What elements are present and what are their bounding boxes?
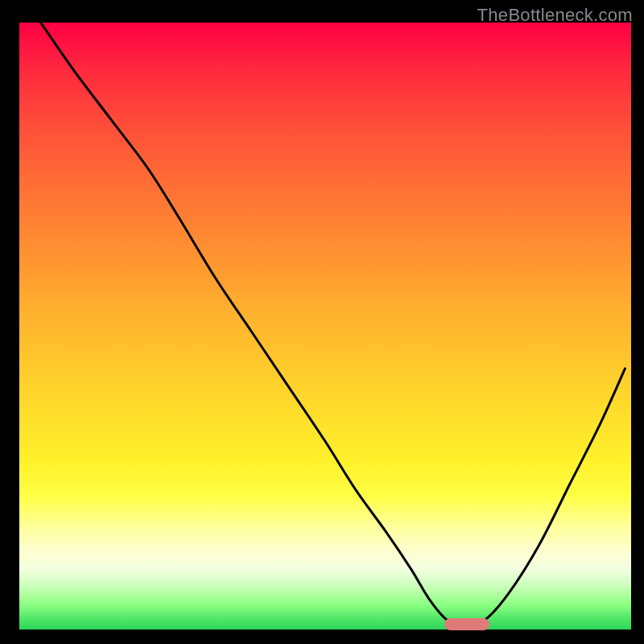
optimal-marker: [444, 618, 489, 630]
watermark-text: TheBottleneck.com: [477, 5, 633, 26]
chart-canvas: TheBottleneck.com: [0, 0, 644, 644]
heat-gradient: [19, 23, 631, 630]
